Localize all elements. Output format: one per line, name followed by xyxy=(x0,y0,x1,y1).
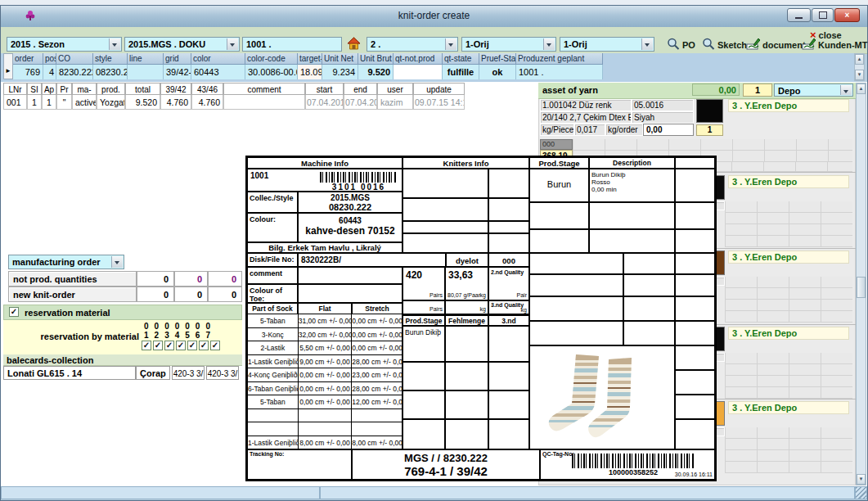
not-prod-value-2[interactable]: 0 xyxy=(174,271,208,287)
manufacturing-order-select[interactable]: manufacturing order xyxy=(8,255,124,269)
mid-header-quality3: 3.nd Quality xyxy=(488,314,529,326)
balecard-code1-cell[interactable]: 420-3 3/ xyxy=(172,366,205,380)
maximize-button[interactable] xyxy=(812,8,834,22)
line-cell-comment[interactable] xyxy=(223,95,305,110)
season-dropdown-arrow[interactable] xyxy=(109,38,120,50)
mid-row-quality3 xyxy=(488,326,529,362)
material-checkbox-5[interactable]: ✓ xyxy=(187,341,197,350)
order-grid-scrollbar[interactable]: ▲ ▼ xyxy=(854,53,865,81)
material-checkbox-7[interactable]: ✓ xyxy=(210,341,220,350)
minimize-button[interactable] xyxy=(787,8,811,22)
line-cell-prod[interactable]: Yozgat Er xyxy=(97,95,125,110)
yarn-colorname-cell[interactable]: Siyah xyxy=(632,111,694,124)
orij1-value: 1-Orij xyxy=(465,39,489,49)
order-cell-pruef-status[interactable]: ok xyxy=(479,65,516,79)
yarn-depo-label[interactable]: 3 . Y.Eren Depo xyxy=(728,401,849,414)
kunden-mt-button[interactable]: Kunden-MT xyxy=(802,38,867,52)
document-button[interactable]: document xyxy=(746,38,806,52)
order-cell-qt-state[interactable]: fulfille xyxy=(443,65,479,79)
order-cell-color[interactable]: 60443 xyxy=(191,65,245,79)
orij1-dropdown-arrow[interactable] xyxy=(543,38,555,50)
scroll-down-icon[interactable]: ▼ xyxy=(857,474,866,485)
new-knit-value-1[interactable]: 0 xyxy=(137,287,174,302)
balecard-code2-cell[interactable]: 420-3 3/ xyxy=(206,366,239,380)
line-cell-si[interactable]: 1 xyxy=(27,95,42,110)
line-cell-update[interactable]: 09.07.15 14:17 xyxy=(413,95,465,110)
line-cell-end[interactable]: 07.04.2015 xyxy=(344,95,377,110)
material-checkbox-6[interactable]: ✓ xyxy=(199,341,209,350)
reservation-material-checkbox[interactable]: ✓ xyxy=(9,307,19,317)
order-cell-unit-net[interactable]: 9.234 xyxy=(322,65,358,79)
scrollbar-thumb[interactable] xyxy=(857,277,866,298)
yarn-spec-cell[interactable]: 20/140 2,7 Çekim Dtex Elastha xyxy=(540,111,632,124)
order-cell-unit-brut[interactable]: 9.520 xyxy=(358,65,394,79)
scroll-up-icon[interactable]: ▲ xyxy=(855,54,864,65)
yarn-depo-label[interactable]: 3 . Y.Eren Depo xyxy=(728,175,849,188)
manufacturing-order-dropdown-arrow[interactable] xyxy=(111,256,123,268)
balecard-product-cell[interactable]: Çorap xyxy=(136,366,170,380)
order-cell-grid[interactable]: 39/42-4 xyxy=(164,65,191,79)
order-cell-target-d[interactable]: 18.09. xyxy=(298,65,322,79)
line-cell-ma-flag[interactable]: active xyxy=(72,95,97,110)
colour-line1: 60443 xyxy=(299,214,402,225)
resize-grip[interactable] xyxy=(855,486,867,499)
balecard-machine-cell[interactable]: Lonati GL615 . 14 xyxy=(3,366,136,380)
orij2-dropdown-arrow[interactable] xyxy=(641,38,653,50)
line-cell-user[interactable]: kazim xyxy=(377,95,413,110)
line-cell-ap[interactable]: 1 xyxy=(42,95,56,110)
material-checkbox-2[interactable]: ✓ xyxy=(153,341,163,350)
new-knit-value-3[interactable]: 0 xyxy=(208,287,242,302)
sketch-button[interactable]: Sketch xyxy=(702,38,747,52)
scroll-up-icon[interactable]: ▲ xyxy=(857,84,866,94)
kg-order-input[interactable]: 0,00 xyxy=(643,124,694,136)
machine-group-dropdown-arrow[interactable] xyxy=(445,38,456,50)
material-checkbox-3[interactable]: ✓ xyxy=(164,341,174,350)
home-icon[interactable] xyxy=(347,37,361,52)
line-cell-4346[interactable]: 4.760 xyxy=(191,95,223,110)
material-checkbox-1[interactable]: ✓ xyxy=(142,341,151,350)
scroll-down-icon[interactable]: ▼ xyxy=(855,70,864,80)
depo-dropdown-arrow[interactable] xyxy=(840,85,852,95)
order-cell-color-code[interactable]: 30.0086-00.00 xyxy=(245,65,298,79)
sock-part: 2-Lastik xyxy=(248,341,299,355)
collection-dropdown-arrow[interactable] xyxy=(227,38,238,50)
yarn-panel-scrollbar[interactable]: ▲ ▼ xyxy=(856,83,866,485)
yarn-qty-cell[interactable]: 1 xyxy=(696,124,723,136)
depo-select[interactable]: Depo xyxy=(774,84,853,97)
order-cell-pos[interactable]: 4 xyxy=(43,65,56,79)
collection-select[interactable]: 2015.MGS . DOKU xyxy=(124,37,240,52)
pairs-unit: Pairs xyxy=(430,306,443,312)
sock-table-row: 3-Konç32,00 cm +/- 0,000,00 cm +/- 0,00 xyxy=(248,328,403,342)
line-cell-start[interactable]: 07.04.2015 xyxy=(305,95,344,110)
order-cell-co[interactable]: 8230.222 xyxy=(56,65,93,79)
orij2-select[interactable]: 1-Orij xyxy=(560,37,654,52)
yarn-count-field[interactable]: 1 xyxy=(743,84,772,97)
line-cell-lnr[interactable]: 001 xyxy=(3,95,27,110)
orij1-select[interactable]: 1-Orij xyxy=(461,37,556,52)
yarn-depo-label[interactable]: 3 . Y.Eren Depo xyxy=(728,327,849,340)
not-prod-value-1[interactable]: 0 xyxy=(137,271,174,287)
po-button[interactable]: PO xyxy=(667,38,695,52)
yarn-code-cell[interactable]: 1.001042 Düz renk xyxy=(540,99,632,111)
not-prod-value-3[interactable]: 0 xyxy=(208,271,242,287)
order-cell-line[interactable] xyxy=(128,65,164,79)
order-cell-style[interactable]: 08230.22 xyxy=(93,65,128,79)
yarn-lot-cell[interactable]: 05.0016 xyxy=(632,99,694,111)
yarn-dye-cell[interactable]: 000 xyxy=(540,139,573,150)
line-cell-3942[interactable]: 4.760 xyxy=(160,95,191,110)
kg-piece-value[interactable]: 0,017 xyxy=(574,124,605,136)
material-checkbox-4[interactable]: ✓ xyxy=(176,341,186,350)
order-cell-order[interactable]: 769 xyxy=(13,65,43,79)
yarn-depo-label[interactable]: 3 . Y.Eren Depo xyxy=(728,99,849,112)
yarn-depo-label[interactable]: 3 . Y.Eren Depo xyxy=(728,250,849,264)
order-cell-qt-not-prod[interactable] xyxy=(394,65,443,79)
season-select[interactable]: 2015 . Sezon xyxy=(7,37,122,52)
machine-group-select[interactable]: 2 . xyxy=(367,37,458,52)
order-cell-produzent[interactable]: 1001 . xyxy=(516,65,603,79)
line-cell-pr[interactable]: " xyxy=(56,95,72,110)
yarn-color-swatch[interactable] xyxy=(696,99,723,123)
order-no-input[interactable]: 1001 . xyxy=(242,37,342,52)
new-knit-value-2[interactable]: 0 xyxy=(174,287,208,302)
line-cell-total[interactable]: 9.520 xyxy=(125,95,160,110)
close-window-button[interactable]: × xyxy=(834,8,860,22)
